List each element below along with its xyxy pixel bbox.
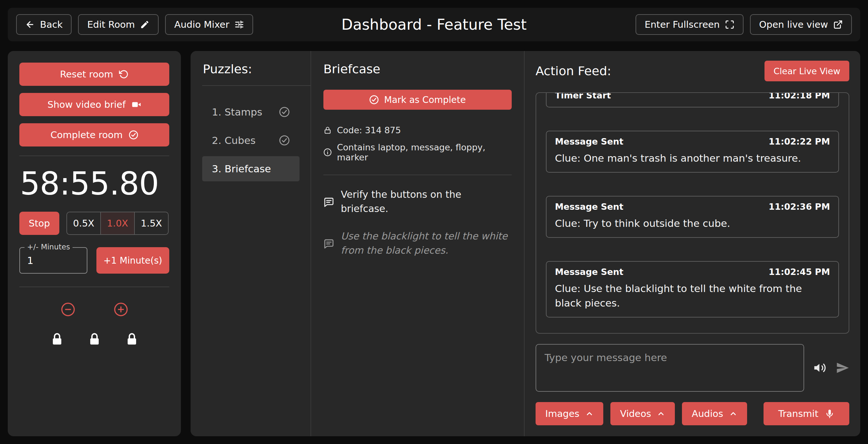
speed-1-5x-button[interactable]: 1.5X bbox=[134, 212, 168, 235]
contains-text: Contains laptop, message, floppy, marker bbox=[337, 142, 512, 162]
transmit-button[interactable]: Transmit bbox=[764, 402, 849, 425]
top-bar-right-group: Enter Fullscreen Open live view bbox=[636, 14, 852, 35]
check-circle-icon bbox=[279, 135, 290, 146]
complete-room-button-label: Complete room bbox=[51, 129, 123, 140]
show-video-brief-button-label: Show video brief bbox=[48, 99, 125, 110]
feed-item-time: 11:02:22 PM bbox=[769, 137, 830, 147]
minus-circle-icon[interactable] bbox=[61, 302, 75, 317]
code-text: Code: 314 875 bbox=[337, 125, 401, 135]
back-button[interactable]: Back bbox=[16, 14, 71, 35]
divider bbox=[19, 155, 169, 156]
feed-item-time: 11:02:36 PM bbox=[769, 202, 830, 212]
send-icon[interactable] bbox=[836, 361, 849, 375]
stop-timer-button[interactable]: Stop bbox=[19, 212, 59, 235]
action-feed-column: Action Feed: Clear Live View Timer Start… bbox=[525, 51, 860, 436]
puzzle-item-briefcase[interactable]: 3. Briefcase bbox=[202, 156, 300, 181]
minutes-adjust-row: +/- Minutes +1 Minute(s) bbox=[19, 247, 169, 274]
clear-live-view-button[interactable]: Clear Live View bbox=[765, 61, 849, 81]
lock-icon-2[interactable] bbox=[88, 332, 101, 346]
check-circle-icon bbox=[369, 95, 379, 105]
lock-icon-3[interactable] bbox=[125, 332, 138, 346]
check-circle-icon bbox=[129, 130, 138, 140]
speed-0-5x-button[interactable]: 0.5X bbox=[66, 212, 101, 235]
audios-button[interactable]: Audios bbox=[682, 402, 747, 425]
main-content: Reset room Show video brief Complete roo… bbox=[8, 51, 860, 436]
puzzle-item-stamps[interactable]: 1. Stamps bbox=[202, 99, 300, 124]
back-button-label: Back bbox=[40, 19, 63, 30]
show-video-brief-button[interactable]: Show video brief bbox=[19, 93, 169, 116]
feed-item-title: Message Sent bbox=[555, 267, 623, 277]
audio-mixer-button[interactable]: Audio Mixer bbox=[165, 14, 253, 35]
edit-room-button[interactable]: Edit Room bbox=[78, 14, 159, 35]
videos-button-label: Videos bbox=[620, 408, 651, 419]
hint-row-1[interactable]: Verify the buttons on the briefcase. bbox=[323, 187, 512, 215]
mark-as-complete-button-label: Mark as Complete bbox=[384, 94, 466, 105]
divider bbox=[323, 175, 512, 175]
feed-item-head: Message Sent 11:02:36 PM bbox=[555, 202, 830, 212]
open-live-view-button[interactable]: Open live view bbox=[750, 14, 852, 35]
check-circle-icon bbox=[279, 107, 290, 117]
media-buttons-row: Images Videos Audios bbox=[535, 402, 849, 425]
feed-item-timer-start: Timer Start 11:02:18 PM bbox=[546, 92, 839, 108]
complete-room-button[interactable]: Complete room bbox=[19, 123, 169, 147]
puzzle-detail-column: Briefcase Mark as Complete Code: 314 875… bbox=[311, 51, 524, 436]
hint-text: Use the blacklight to tell the white fro… bbox=[341, 229, 512, 257]
puzzle-item-label: 1. Stamps bbox=[212, 106, 262, 118]
lock-icon-1[interactable] bbox=[50, 332, 64, 346]
room-control-panel: Reset room Show video brief Complete roo… bbox=[8, 51, 181, 436]
feed-item-message-3: Message Sent 11:02:45 PM Clue: Use the b… bbox=[546, 261, 839, 318]
timer-controls: Stop 0.5X 1.0X 1.5X bbox=[19, 212, 169, 235]
pencil-icon bbox=[140, 20, 150, 29]
action-feed-list[interactable]: Timer Start 11:02:18 PM Message Sent 11:… bbox=[535, 92, 849, 334]
lock-outline-icon bbox=[323, 126, 332, 135]
feed-item-title: Message Sent bbox=[555, 137, 623, 147]
videos-button[interactable]: Videos bbox=[610, 402, 675, 425]
sliders-icon bbox=[235, 20, 244, 29]
feed-item-body: Clue: Try to think outside the cube. bbox=[555, 216, 830, 231]
images-button[interactable]: Images bbox=[535, 402, 603, 425]
audios-button-label: Audios bbox=[692, 408, 723, 419]
puzzle-item-label: 3. Briefcase bbox=[212, 163, 271, 175]
fullscreen-icon bbox=[725, 20, 735, 29]
divider bbox=[19, 287, 169, 287]
minutes-field-label: +/- Minutes bbox=[25, 243, 72, 251]
info-icon bbox=[323, 148, 332, 156]
reset-room-button-label: Reset room bbox=[60, 69, 113, 80]
external-link-icon bbox=[833, 20, 843, 29]
top-bar-left-group: Back Edit Room Audio Mixer bbox=[16, 14, 253, 35]
top-bar: Back Edit Room Audio Mixer Dashboard - F… bbox=[8, 8, 860, 41]
add-minute-button[interactable]: +1 Minute(s) bbox=[96, 247, 169, 274]
hint-row-2[interactable]: Use the blacklight to tell the white fro… bbox=[323, 229, 512, 257]
action-feed-header: Action Feed: Clear Live View bbox=[535, 61, 849, 81]
puzzles-heading: Puzzles: bbox=[203, 62, 311, 76]
enter-fullscreen-button[interactable]: Enter Fullscreen bbox=[636, 14, 744, 35]
images-button-label: Images bbox=[545, 408, 580, 419]
countdown-timer: 58:55.80 bbox=[20, 165, 169, 202]
reset-room-button[interactable]: Reset room bbox=[19, 63, 169, 86]
edit-room-button-label: Edit Room bbox=[87, 19, 135, 30]
feed-item-title: Message Sent bbox=[555, 202, 623, 212]
video-camera-icon bbox=[131, 100, 141, 109]
mark-as-complete-button[interactable]: Mark as Complete bbox=[323, 90, 512, 110]
puzzles-column: Puzzles: 1. Stamps 2. Cubes 3. Briefcase bbox=[191, 51, 311, 436]
hint-text: Verify the buttons on the briefcase. bbox=[341, 187, 512, 215]
arrow-left-icon bbox=[25, 20, 35, 29]
feed-item-head: Timer Start 11:02:18 PM bbox=[555, 92, 830, 100]
speed-1-0x-button[interactable]: 1.0X bbox=[100, 212, 135, 235]
feed-item-head: Message Sent 11:02:45 PM bbox=[555, 267, 830, 277]
page-title: Dashboard - Feature Test bbox=[341, 16, 527, 33]
speech-bubble-icon bbox=[323, 189, 334, 215]
feed-item-message-2: Message Sent 11:02:36 PM Clue: Try to th… bbox=[546, 196, 839, 238]
speaker-icon[interactable] bbox=[813, 361, 827, 375]
puzzle-item-label: 2. Cubes bbox=[212, 135, 256, 146]
transmit-button-label: Transmit bbox=[778, 408, 818, 419]
reset-icon bbox=[119, 69, 129, 79]
feed-item-body: Clue: One man's trash is another man's t… bbox=[555, 151, 830, 166]
chevron-up-icon bbox=[585, 410, 594, 418]
speech-bubble-icon bbox=[323, 230, 334, 257]
feed-item-body: Clue: Use the blacklight to tell the whi… bbox=[555, 282, 830, 310]
plus-circle-icon[interactable] bbox=[114, 302, 128, 317]
puzzle-item-cubes[interactable]: 2. Cubes bbox=[202, 128, 300, 153]
message-input[interactable] bbox=[535, 344, 804, 392]
minutes-input[interactable] bbox=[20, 248, 87, 273]
